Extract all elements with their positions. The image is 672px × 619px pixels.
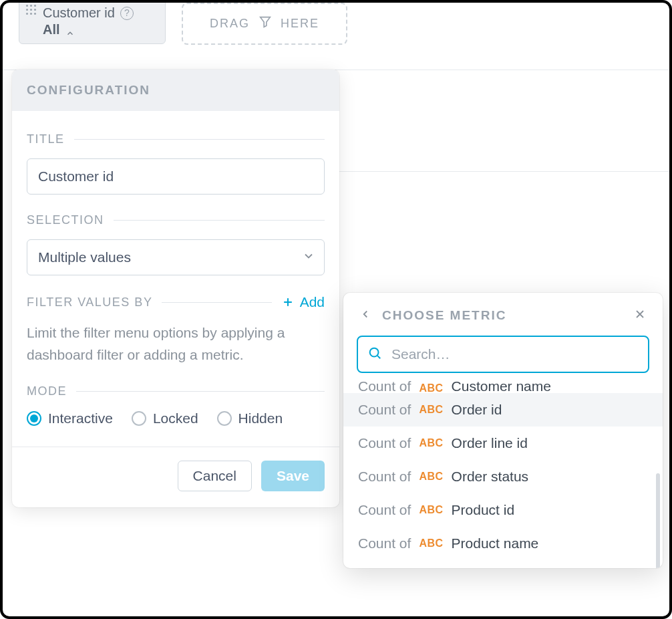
svg-point-4 xyxy=(370,348,379,357)
count-prefix: Count of xyxy=(358,502,411,518)
svg-line-5 xyxy=(377,356,380,358)
metric-option[interactable]: Count ofABCProduct id xyxy=(343,493,663,527)
filter-values-section-label: FILTER VALUES BY xyxy=(27,295,152,310)
count-prefix: Count of xyxy=(358,535,411,551)
config-header: CONFIGURATION xyxy=(12,70,339,111)
metric-option[interactable]: Count ofABCOrder id xyxy=(343,393,663,426)
title-section-label: TITLE xyxy=(27,132,65,146)
selection-value: Multiple values xyxy=(27,239,325,275)
funnel-icon xyxy=(258,15,273,33)
radio-icon xyxy=(27,411,41,426)
count-prefix: Count of xyxy=(358,402,411,418)
drag-handle-icon[interactable] xyxy=(26,5,36,38)
title-input[interactable] xyxy=(27,158,325,195)
choose-metric-title: CHOOSE METRIC xyxy=(382,308,506,323)
mode-label: Interactive xyxy=(48,410,113,426)
back-button[interactable] xyxy=(359,308,371,323)
type-badge-abc: ABC xyxy=(419,504,443,516)
divider xyxy=(76,391,325,392)
mode-label: Locked xyxy=(153,410,198,426)
help-icon[interactable]: ? xyxy=(120,7,134,20)
mode-label: Hidden xyxy=(238,410,283,426)
metric-option[interactable]: Count ofABCProduct name xyxy=(343,527,663,560)
metric-name: Product name xyxy=(452,535,539,551)
count-prefix: Count of xyxy=(358,469,411,485)
type-badge-abc: ABC xyxy=(419,471,443,483)
chevron-up-icon xyxy=(65,25,75,35)
choose-metric-panel: CHOOSE METRIC Count of ABC Customer name… xyxy=(343,293,663,568)
type-badge-abc: ABC xyxy=(419,382,443,393)
search-icon xyxy=(367,346,382,363)
filter-chip-value: All xyxy=(43,21,60,38)
configuration-panel: CONFIGURATION TITLE SELECTION Multiple v… xyxy=(12,70,339,507)
cancel-button[interactable]: Cancel xyxy=(178,461,252,491)
selection-dropdown[interactable]: Multiple values xyxy=(27,239,325,275)
metric-name: Customer name xyxy=(452,380,551,393)
metric-name: Product id xyxy=(452,502,515,518)
metric-name: Order status xyxy=(452,469,529,485)
add-filter-button[interactable]: Add xyxy=(281,294,325,310)
mode-radio-interactive[interactable]: Interactive xyxy=(27,410,113,426)
divider xyxy=(74,139,325,140)
metric-search-input[interactable] xyxy=(357,336,649,373)
metric-option[interactable]: Count ofABCOrder line id xyxy=(343,426,663,460)
filter-chip[interactable]: Customer id ? All xyxy=(19,0,166,44)
selection-section-label: SELECTION xyxy=(27,213,104,227)
type-badge-abc: ABC xyxy=(419,537,443,549)
save-button[interactable]: Save xyxy=(261,461,325,491)
divider xyxy=(323,171,669,172)
type-badge-abc: ABC xyxy=(419,404,443,416)
add-filter-label: Add xyxy=(300,294,325,310)
dropzone-text-left: DRAG xyxy=(210,17,250,31)
metric-list: Count of ABC Customer name Count ofABCOr… xyxy=(343,380,663,560)
plus-icon xyxy=(281,295,295,309)
scrollbar[interactable] xyxy=(656,473,660,568)
radio-icon xyxy=(132,411,146,426)
divider xyxy=(162,302,271,303)
filter-values-help-text: Limit the filter menu options by applyin… xyxy=(27,322,325,366)
close-button[interactable] xyxy=(633,307,647,324)
count-prefix: Count of xyxy=(358,435,411,451)
metric-option[interactable]: Count ofABCOrder status xyxy=(343,460,663,493)
divider xyxy=(114,220,325,221)
metric-option[interactable]: Count of ABC Customer name xyxy=(343,380,663,393)
mode-section-label: MODE xyxy=(27,384,67,398)
count-prefix: Count of xyxy=(358,380,411,393)
metric-name: Order line id xyxy=(452,435,528,451)
dropzone-text-right: HERE xyxy=(281,17,319,31)
metric-name: Order id xyxy=(452,402,502,418)
mode-radio-hidden[interactable]: Hidden xyxy=(217,410,283,426)
type-badge-abc: ABC xyxy=(419,437,443,449)
filter-chip-title: Customer id xyxy=(43,5,115,21)
filter-dropzone[interactable]: DRAG HERE xyxy=(182,3,347,45)
mode-radio-group: Interactive Locked Hidden xyxy=(27,410,325,426)
mode-radio-locked[interactable]: Locked xyxy=(132,410,198,426)
radio-icon xyxy=(217,411,232,426)
chevron-down-icon xyxy=(302,249,315,265)
